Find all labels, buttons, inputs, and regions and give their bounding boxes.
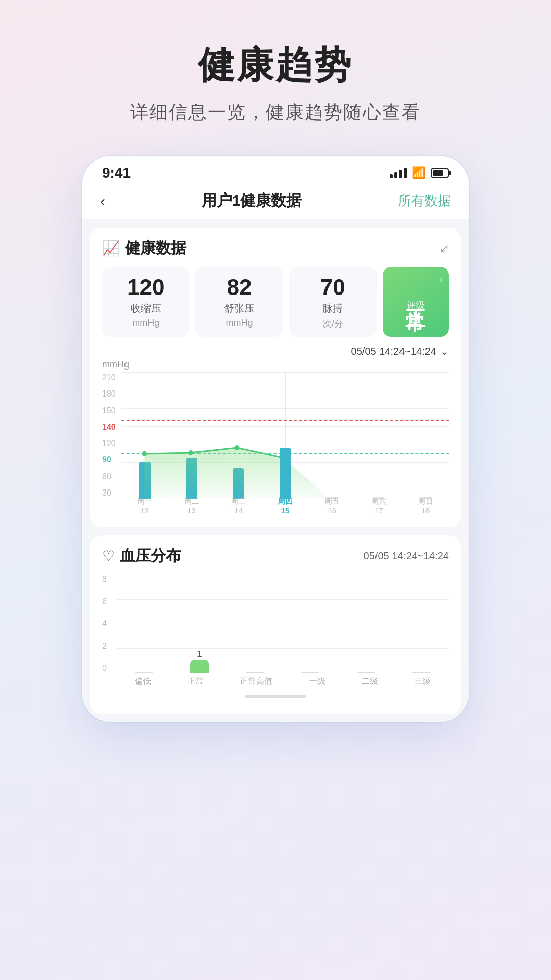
- page-title: 健康趋势: [130, 41, 421, 90]
- bp-bar-normal: 1: [190, 575, 209, 673]
- pulse-value: 70: [320, 276, 345, 299]
- x-axis: 周一 12 周二 13 周三 14 周四 15: [121, 497, 449, 515]
- chart-controls: 05/05 14:24~14:24 ⌄: [102, 345, 449, 357]
- battery-icon: [431, 168, 449, 178]
- status-value: 正常: [402, 293, 430, 297]
- systolic-metric: 120 收缩压 mmHg: [102, 267, 189, 337]
- bp-dist-card-header: ♡ 血压分布 05/05 14:24~14:24: [102, 546, 449, 567]
- svg-point-1: [188, 450, 193, 455]
- bp-dist-card: ♡ 血压分布 05/05 14:24~14:24 8 6 4 2 0: [90, 535, 461, 714]
- x-label-tue: 周二 13: [184, 497, 199, 515]
- diastolic-label: 舒张压: [224, 302, 255, 315]
- svg-point-2: [235, 445, 239, 450]
- health-data-title: 健康数据: [125, 238, 186, 259]
- diastolic-value: 82: [227, 276, 252, 299]
- x-label-thu: 周四 15: [278, 497, 293, 515]
- pulse-unit: 次/分: [322, 317, 343, 330]
- bp-dist-title-group: ♡ 血压分布: [102, 546, 181, 567]
- pulse-label: 脉搏: [322, 302, 343, 315]
- chart-area: 210 180 150 140 120 90 60 30: [102, 372, 449, 515]
- heart-icon: ♡: [102, 548, 115, 565]
- pulse-metric: 70 脉搏 次/分: [289, 267, 377, 337]
- metrics-row: 120 收缩压 mmHg 82 舒张压 mmHg 70 脉搏 次/分 › 正常: [102, 267, 449, 337]
- svg-point-0: [142, 451, 147, 456]
- systolic-unit: mmHg: [132, 317, 159, 328]
- bp-dist-inner: 1: [116, 575, 449, 673]
- bp-bar-low: [135, 575, 153, 673]
- diastolic-metric: 82 舒张压 mmHg: [195, 267, 283, 337]
- y-axis: 210 180 150 140 120 90 60 30: [102, 372, 116, 499]
- ref-90-label: 90: [102, 455, 116, 464]
- status-arrow-icon: ›: [439, 273, 443, 285]
- status-metric[interactable]: › 正常 评级: [383, 267, 449, 337]
- wifi-icon: 📶: [412, 166, 425, 180]
- card-title-group: 📈 健康数据: [102, 238, 186, 259]
- nav-title: 用户1健康数据: [202, 190, 302, 211]
- card-header: 📈 健康数据 ⤢: [102, 238, 449, 259]
- bp-bar-grade1: [301, 575, 319, 673]
- bp-bar-grade3: [412, 575, 431, 673]
- all-data-button[interactable]: 所有数据: [398, 192, 451, 210]
- chart-unit-label: mmHg: [102, 359, 449, 370]
- systolic-value: 120: [127, 276, 164, 299]
- nav-bar: ‹ 用户1健康数据 所有数据: [82, 185, 469, 219]
- status-time: 9:41: [102, 165, 131, 181]
- signal-icon: [390, 168, 407, 178]
- back-button[interactable]: ‹: [100, 192, 105, 210]
- x-label-mon: 周一 12: [137, 497, 153, 515]
- bp-dist-x-axis: 偏低 正常 正常高值 一级 二级 三级: [116, 676, 449, 687]
- bp-bars: 1: [116, 575, 449, 673]
- bp-bar-high-normal: [246, 575, 264, 673]
- systolic-label: 收缩压: [131, 302, 161, 315]
- chart-dropdown-icon[interactable]: ⌄: [440, 345, 449, 357]
- x-label-sat: 周六 17: [371, 497, 386, 515]
- status-bar: 9:41 📶: [82, 156, 469, 185]
- status-sublabel: 评级: [407, 299, 425, 311]
- x-label-wed: 周三 14: [231, 497, 246, 515]
- chart-icon: 📈: [102, 240, 120, 257]
- ref-140-label: 140: [102, 423, 116, 432]
- home-indicator: [102, 687, 449, 702]
- chart-inner: [121, 372, 449, 499]
- health-data-card: 📈 健康数据 ⤢ 120 收缩压 mmHg 82 舒张压 mmHg 7: [90, 228, 461, 527]
- phone-mockup: 9:41 📶 ‹ 用户1健康数据 所有数据 📈 健康数据: [82, 156, 469, 722]
- bp-dist-date: 05/05 14:24~14:24: [364, 550, 449, 562]
- status-icons: 📶: [390, 166, 449, 180]
- bp-dist-title: 血压分布: [120, 546, 181, 567]
- x-label-fri: 周五 16: [324, 497, 340, 515]
- scroll-content: 📈 健康数据 ⤢ 120 收缩压 mmHg 82 舒张压 mmHg 7: [82, 219, 469, 722]
- diastolic-unit: mmHg: [226, 317, 253, 328]
- bp-bar-grade2: [357, 575, 375, 673]
- page-subtitle: 详细信息一览，健康趋势随心查看: [130, 100, 421, 125]
- expand-icon[interactable]: ⤢: [440, 242, 449, 255]
- x-label-sun: 周日 18: [418, 497, 433, 515]
- chart-date-range: 05/05 14:24~14:24: [351, 346, 436, 357]
- bp-dist-y-axis: 8 6 4 2 0: [102, 575, 107, 673]
- bp-dist-chart: 8 6 4 2 0: [102, 575, 449, 687]
